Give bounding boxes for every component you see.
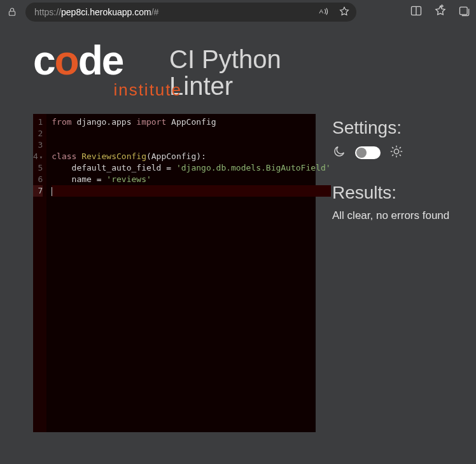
theme-toggle[interactable]: [355, 146, 381, 159]
logo-letter-o: o: [55, 38, 78, 83]
logo-institute-text: institute: [33, 80, 186, 100]
site-security-icon[interactable]: [5, 7, 19, 17]
code-line: default_auto_field = 'django.db.models.B…: [52, 162, 330, 174]
read-aloud-icon[interactable]: A: [318, 6, 330, 19]
title-line-1: CI Python: [169, 46, 281, 73]
page-title: CI Python Linter: [169, 46, 281, 99]
line-number-gutter: 1 2 3 4 5 6 7: [33, 114, 46, 432]
svg-line-13: [400, 155, 401, 156]
favorites-list-icon[interactable]: [434, 4, 447, 20]
url-input[interactable]: https://pep8ci.herokuapp.com/# A: [25, 3, 356, 22]
svg-point-7: [394, 150, 398, 154]
line-number: 5: [33, 162, 43, 174]
sidebar: Settings: Results: All clear, no errors …: [332, 114, 476, 432]
url-host: pep8ci.herokuapp.com: [61, 7, 151, 17]
line-number: 1: [33, 116, 43, 128]
svg-text:A: A: [319, 8, 324, 15]
url-suffix: /#: [151, 7, 159, 17]
line-number: 7: [33, 185, 43, 197]
code-line: [52, 128, 330, 139]
logo-letters-de: de: [78, 38, 123, 83]
line-number: 4: [33, 151, 43, 162]
code-line: from django.apps import AppConfig: [52, 116, 330, 128]
theme-controls: [332, 144, 465, 161]
sun-icon: [389, 144, 403, 161]
results-message: All clear, no errors found: [332, 209, 465, 222]
text-cursor: [52, 187, 52, 196]
code-line: [52, 185, 330, 197]
collections-icon[interactable]: [458, 4, 471, 20]
settings-heading: Settings:: [332, 118, 465, 138]
code-area[interactable]: from django.apps import AppConfig class …: [46, 114, 335, 432]
svg-line-12: [392, 148, 393, 149]
svg-line-15: [400, 148, 401, 149]
code-line: name = 'reviews': [52, 174, 330, 185]
svg-line-14: [392, 155, 393, 156]
browser-address-bar: https://pep8ci.herokuapp.com/# A: [0, 0, 476, 24]
page-header: code institute CI Python Linter: [0, 24, 476, 106]
line-number: 6: [33, 174, 43, 185]
code-editor[interactable]: 1 2 3 4 5 6 7 from django.apps import Ap…: [33, 114, 316, 432]
code-institute-logo: code institute: [33, 43, 186, 100]
favorite-star-icon[interactable]: [339, 6, 350, 19]
svg-rect-0: [9, 11, 15, 16]
line-number: 2: [33, 128, 43, 139]
logo-letter-c: c: [33, 38, 55, 83]
url-prefix: https://: [34, 7, 61, 17]
svg-rect-6: [460, 7, 468, 15]
main-content: 1 2 3 4 5 6 7 from django.apps import Ap…: [0, 106, 476, 432]
code-line: [52, 139, 330, 151]
results-heading: Results:: [332, 183, 465, 203]
split-screen-icon[interactable]: [410, 4, 423, 20]
line-number: 3: [33, 139, 43, 151]
title-line-2: Linter: [169, 73, 281, 99]
code-line: class ReviewsConfig(AppConfig):: [52, 151, 330, 162]
